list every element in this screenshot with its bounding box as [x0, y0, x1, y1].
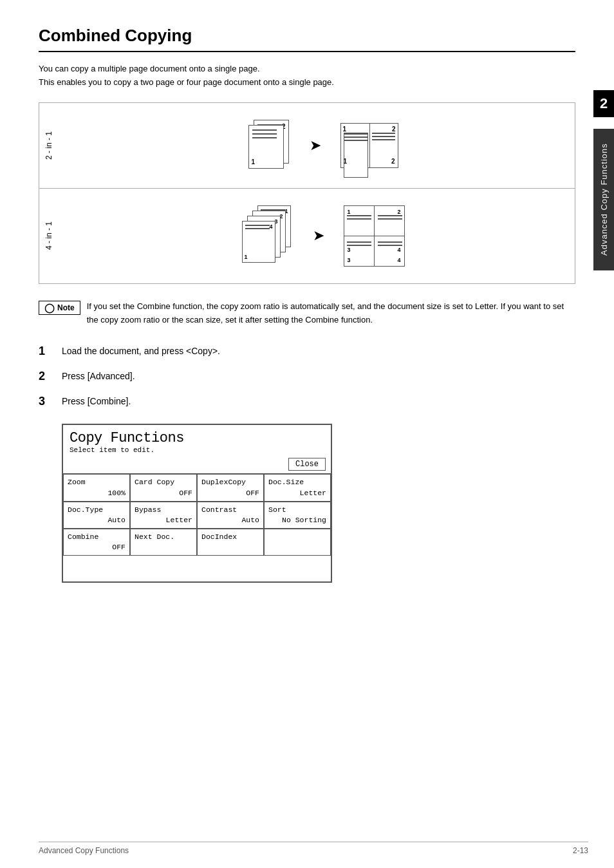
output-2in1: 1 2 1 2	[340, 123, 398, 168]
step-1: 1 Load the document, and press <Copy>.	[39, 344, 575, 358]
intro-text: You can copy a multiple page document on…	[39, 62, 575, 90]
p4: 1 4	[242, 221, 275, 263]
intro-line1: You can copy a multiple page document on…	[39, 62, 575, 76]
v-divider-4	[374, 206, 375, 266]
q3b: 3	[348, 247, 351, 253]
output-4in1: 1 2 3 4	[344, 205, 405, 267]
row-content-2in1: 2 1	[71, 113, 575, 178]
row-label-4in1: 4 - in - 1	[39, 222, 71, 250]
chapter-number: 2	[593, 90, 614, 117]
q1: 1	[348, 209, 351, 215]
step-num-3: 3	[39, 395, 54, 408]
q3: 3	[348, 257, 351, 263]
intro-line2: This enables you to copy a two page or f…	[39, 76, 575, 90]
cell-card-copy[interactable]: Card Copy OFF	[130, 474, 197, 501]
lines-front	[252, 129, 277, 141]
note-badge: ◯ Note	[39, 301, 80, 315]
cell-empty	[264, 529, 331, 556]
page-container: 2 Advanced Copy Functions Combined Copyi…	[0, 0, 614, 868]
pnum-4b: 1	[245, 254, 248, 260]
note-icon: ◯	[44, 303, 55, 313]
steps-section: 1 Load the document, and press <Copy>. 2…	[39, 344, 575, 408]
ui-grid: Zoom 100% Card Copy OFF DuplexCopy OFF D…	[63, 473, 331, 556]
cell-doc-index[interactable]: DocIndex	[197, 529, 264, 556]
v-divider	[369, 124, 370, 167]
out-num-2b: 2	[391, 158, 395, 165]
note-text: If you set the Combine function, the cop…	[87, 299, 575, 327]
cell-sort[interactable]: Sort No Sorting	[264, 502, 331, 529]
cell-contrast[interactable]: Contrast Auto	[197, 502, 264, 529]
q4b: 4	[397, 247, 400, 253]
step-text-2: Press [Advanced].	[62, 370, 135, 381]
step-3: 3 Press [Combine].	[39, 395, 575, 408]
out-num-1b: 1	[344, 158, 348, 165]
row-label-2in1: 2 - in - 1	[39, 131, 71, 160]
cell-zoom[interactable]: Zoom 100%	[63, 474, 130, 501]
q2: 2	[397, 209, 400, 215]
out-num-2: 2	[392, 126, 396, 133]
arrow-2in1: ➤	[310, 137, 321, 154]
step-2: 2 Press [Advanced].	[39, 370, 575, 383]
pnum-4: 4	[269, 223, 272, 230]
page-title: Combined Copying	[39, 26, 575, 52]
page-num-1: 1	[252, 158, 256, 165]
footer-right: 2-13	[573, 846, 588, 855]
step-num-2: 2	[39, 370, 54, 383]
note-section: ◯ Note If you set the Combine function, …	[39, 299, 575, 327]
step-num-1: 1	[39, 344, 54, 358]
step-text-1: Load the document, and press <Copy>.	[62, 344, 220, 356]
arrow-4in1: ➤	[313, 227, 324, 244]
side-tab: Advanced Copy Functions	[593, 129, 614, 270]
ui-panel-subtitle: Select item to edit.	[63, 446, 331, 458]
diagram-row-4in1: 4 - in - 1 1 2 3	[39, 189, 575, 283]
page-footer: Advanced Copy Functions 2-13	[39, 842, 588, 855]
cell-doc-size[interactable]: Doc.Size Letter	[264, 474, 331, 501]
input-stack-4: 1 2 3 1 4	[242, 205, 293, 267]
cell-next-doc[interactable]: Next Doc.	[130, 529, 197, 556]
footer-left: Advanced Copy Functions	[39, 846, 129, 855]
cell-duplex-copy[interactable]: DuplexCopy OFF	[197, 474, 264, 501]
cell-doc-type[interactable]: Doc.Type Auto	[63, 502, 130, 529]
close-row: Close	[63, 458, 331, 473]
front-page-2: 1	[248, 125, 284, 169]
ui-panel: Copy Functions Select item to edit. Clos…	[62, 424, 332, 583]
step-text-3: Press [Combine].	[62, 395, 131, 406]
ui-panel-title: Copy Functions	[63, 425, 331, 446]
row-content-4in1: 1 2 3 1 4	[71, 199, 575, 273]
panel-bottom-space	[63, 556, 331, 581]
out-num-1: 1	[343, 126, 347, 133]
input-stack-2: 2 1	[248, 120, 290, 171]
cell-combine[interactable]: Combine OFF	[63, 529, 130, 556]
diagram-section: 2 - in - 1 2 1	[39, 102, 575, 284]
cell-bypass[interactable]: Bypass Letter	[130, 502, 197, 529]
q4: 4	[397, 257, 400, 263]
close-button[interactable]: Close	[288, 458, 326, 471]
diagram-row-2in1: 2 - in - 1 2 1	[39, 103, 575, 189]
